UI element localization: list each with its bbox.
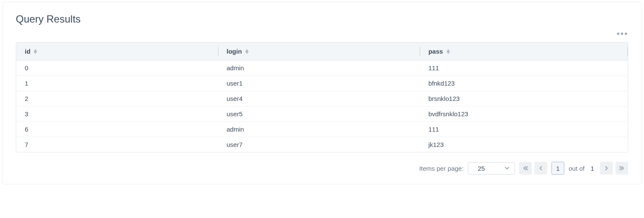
table-row: 6admin111 — [16, 122, 628, 137]
results-table-wrap: id login — [16, 42, 628, 152]
cell-login: user1 — [218, 76, 420, 91]
cell-pass: jk123 — [420, 137, 628, 152]
cell-pass: bvdfrsnklo123 — [420, 106, 628, 122]
next-page-button[interactable] — [600, 162, 613, 175]
more-icon[interactable]: ••• — [617, 29, 628, 38]
cell-login: admin — [218, 122, 420, 137]
prev-page-button[interactable] — [534, 162, 547, 175]
cell-id: 2 — [16, 91, 218, 106]
cell-id: 3 — [16, 106, 218, 122]
column-header-id[interactable]: id — [16, 43, 218, 60]
cell-id: 0 — [16, 60, 218, 76]
cell-login: user7 — [218, 137, 420, 152]
column-header-login[interactable]: login — [218, 43, 420, 60]
items-per-page-value: 25 — [478, 165, 485, 172]
total-pages: 1 — [589, 165, 596, 172]
table-row: 0admin111 — [16, 60, 628, 76]
column-label: id — [25, 48, 30, 55]
cell-pass: brsnklo123 — [420, 91, 628, 106]
sort-icon — [447, 49, 450, 54]
chevron-double-right-icon — [619, 165, 625, 171]
table-row: 2user4brsnklo123 — [16, 91, 628, 106]
column-header-pass[interactable]: pass — [420, 43, 628, 60]
cell-id: 7 — [16, 137, 218, 152]
items-per-page-select[interactable]: 25 — [468, 162, 515, 175]
panel-title: Query Results — [3, 2, 641, 25]
last-page-button[interactable] — [615, 162, 628, 175]
cell-login: user5 — [218, 106, 420, 122]
first-page-button[interactable] — [519, 162, 532, 175]
table-row: 3user5bvdfrsnklo123 — [16, 106, 628, 122]
panel-actions-row: ••• — [3, 29, 641, 38]
cell-pass: 111 — [420, 122, 628, 137]
pagination: Items per page: 25 1 out of 1 — [3, 162, 628, 175]
chevron-double-left-icon — [522, 165, 528, 171]
sort-icon — [245, 49, 249, 54]
cell-pass: bfnkd123 — [420, 76, 628, 91]
cell-login: admin — [218, 60, 420, 76]
chevron-down-icon — [504, 165, 510, 171]
chevron-left-icon — [538, 165, 543, 171]
query-results-panel: Query Results ••• id — [3, 2, 641, 184]
table-row: 1user1bfnkd123 — [16, 76, 628, 91]
cell-login: user4 — [218, 91, 420, 106]
out-of-label: out of — [569, 165, 585, 172]
cell-id: 6 — [16, 122, 218, 137]
chevron-right-icon — [604, 165, 609, 171]
items-per-page-label: Items per page: — [419, 165, 464, 172]
table-row: 7user7jk123 — [16, 137, 628, 152]
cell-pass: 111 — [420, 60, 628, 76]
column-label: pass — [428, 48, 443, 55]
column-label: login — [226, 48, 242, 55]
cell-id: 1 — [16, 76, 218, 91]
results-table: id login — [16, 43, 628, 152]
current-page[interactable]: 1 — [551, 162, 564, 175]
sort-icon — [34, 49, 37, 54]
